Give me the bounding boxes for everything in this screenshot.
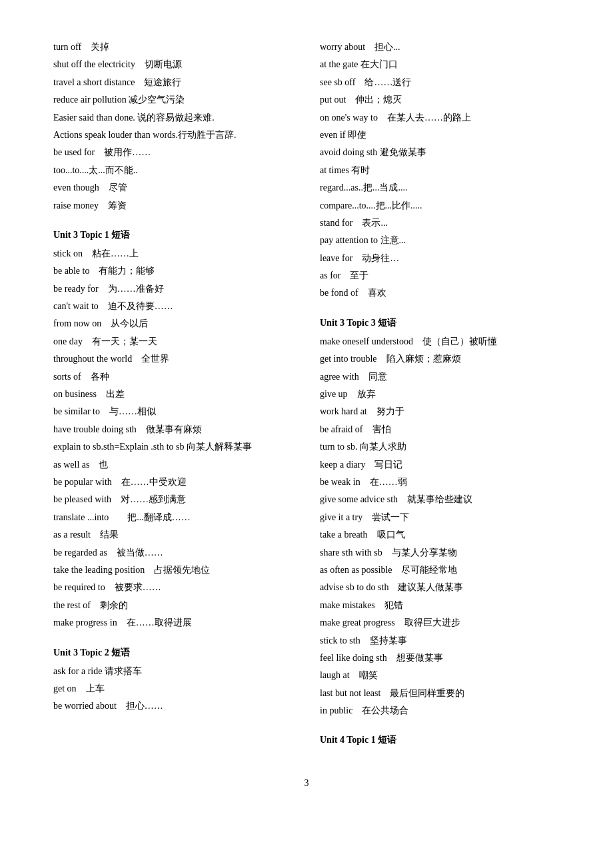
entry-advise-sb: advise sb to do sth 建议某人做某事	[320, 580, 560, 595]
entry-take-leading: take the leading position 占据领先地位	[53, 563, 293, 578]
section1-title: Unit 3 Topic 1 短语	[53, 229, 293, 241]
entry-as-often: as often as possible 尽可能经常地	[320, 563, 560, 578]
entry-raise: raise money 筹资	[53, 199, 293, 213]
left-column: turn off 关掉 shut off the electricity 切断电…	[53, 40, 293, 751]
entry-actions: Actions speak louder than words.行动胜于言辞.	[53, 128, 293, 143]
entry-even-if: even if 即使	[320, 128, 560, 143]
entry-on-business: on business 出差	[53, 387, 293, 402]
entry-be-ready: be ready for 为……准备好	[53, 282, 293, 296]
entry-be-worried: be worried about 担心……	[53, 699, 293, 713]
entry-as-well: as well as 也	[53, 458, 293, 472]
entry-worry-about: worry about 担心...	[320, 40, 560, 55]
page: turn off 关掉 shut off the electricity 切断电…	[53, 40, 560, 789]
entry-be-afraid: be afraid of 害怕	[320, 422, 560, 437]
right-column: worry about 担心... at the gate 在大门口 see s…	[320, 40, 560, 751]
entry-get-trouble: get into trouble 陷入麻烦；惹麻烦	[320, 352, 560, 366]
entry-at-gate: at the gate 在大门口	[320, 57, 560, 72]
entry-cant-wait: can't wait to 迫不及待要……	[53, 299, 293, 314]
section2-title: Unit 3 Topic 2 短语	[53, 647, 293, 659]
entry-put-out: put out 伸出；熄灭	[320, 93, 560, 107]
entry-make-oneself: make oneself understood 使（自己）被听懂	[320, 334, 560, 349]
entry-turn-off: turn off 关掉	[53, 40, 293, 55]
entry-rest-of: the rest of 剩余的	[53, 598, 293, 613]
entry-reduce: reduce air pollution 减少空气污染	[53, 93, 293, 107]
entry-stick-on: stick on 粘在……上	[53, 246, 293, 261]
entry-explain: explain to sb.sth=Explain .sth to sb 向某人…	[53, 440, 293, 454]
entry-be-required: be required to 被要求……	[53, 580, 293, 595]
entry-be-used: be used for 被用作……	[53, 145, 293, 160]
entry-keep-diary: keep a diary 写日记	[320, 458, 560, 472]
entry-ask-ride: ask for a ride 请求搭车	[53, 664, 293, 679]
entry-be-fond: be fond of 喜欢	[320, 286, 560, 300]
entry-get-on: get on 上车	[53, 681, 293, 696]
entry-make-progress: make progress in 在……取得进展	[53, 616, 293, 630]
entry-work-hard: work hard at 努力于	[320, 404, 560, 419]
entry-give-advice: give some advice sth 就某事给些建议	[320, 492, 560, 507]
entry-too-to: too...to....太...而不能..	[53, 163, 293, 178]
entry-easier: Easier said than done. 说的容易做起来难.	[53, 111, 293, 125]
entry-on-way: on one's way to 在某人去……的路上	[320, 111, 560, 125]
entry-make-great: make great progress 取得巨大进步	[320, 616, 560, 630]
entry-compare-to: compare...to....把...比作.....	[320, 199, 560, 213]
entry-from-now: from now on 从今以后	[53, 316, 293, 331]
entry-be-able: be able to 有能力；能够	[53, 264, 293, 278]
entry-be-weak: be weak in 在……弱	[320, 475, 560, 490]
entry-stick-to: stick to sth 坚持某事	[320, 634, 560, 648]
entry-as-for: as for 至于	[320, 268, 560, 283]
entry-regard-as: regard...as..把...当成....	[320, 181, 560, 195]
entry-even-though: even though 尽管	[53, 181, 293, 195]
entry-agree-with: agree with 同意	[320, 370, 560, 384]
section4-title: Unit 4 Topic 1 短语	[320, 734, 560, 746]
entry-take-breath: take a breath 吸口气	[320, 528, 560, 542]
entry-throughout: throughout the world 全世界	[53, 352, 293, 366]
entry-laugh-at: laugh at 嘲笑	[320, 668, 560, 683]
page-number: 3	[53, 778, 560, 789]
entry-stand-for: stand for 表示...	[320, 216, 560, 230]
entry-be-pleased: be pleased with 对……感到满意	[53, 492, 293, 507]
section3-title: Unit 3 Topic 3 短语	[320, 317, 560, 329]
entry-travel: travel a short distance 短途旅行	[53, 75, 293, 90]
entry-see-off: see sb off 给……送行	[320, 75, 560, 90]
entry-turn-to: turn to sb. 向某人求助	[320, 440, 560, 454]
entry-share-sth: share sth with sb 与某人分享某物	[320, 546, 560, 560]
entry-make-mistakes: make mistakes 犯错	[320, 598, 560, 613]
entry-be-regarded: be regarded as 被当做……	[53, 546, 293, 560]
entry-avoid: avoid doing sth 避免做某事	[320, 145, 560, 160]
entry-shut-off: shut off the electricity 切断电源	[53, 57, 293, 72]
entry-last-but: last but not least 最后但同样重要的	[320, 686, 560, 701]
entry-feel-like: feel like doing sth 想要做某事	[320, 651, 560, 665]
main-content: turn off 关掉 shut off the electricity 切断电…	[53, 40, 560, 751]
entry-be-popular: be popular with 在……中受欢迎	[53, 475, 293, 490]
entry-be-similar: be similar to 与……相似	[53, 404, 293, 419]
entry-give-up: give up 放弃	[320, 387, 560, 402]
entry-have-trouble: have trouble doing sth 做某事有麻烦	[53, 422, 293, 437]
entry-leave-for: leave for 动身往…	[320, 251, 560, 266]
entry-one-day: one day 有一天；某一天	[53, 334, 293, 349]
entry-sorts-of: sorts of 各种	[53, 370, 293, 384]
entry-in-public: in public 在公共场合	[320, 703, 560, 718]
entry-pay-attention: pay attention to 注意...	[320, 233, 560, 248]
entry-translate: translate ...into 把...翻译成……	[53, 510, 293, 525]
entry-as-result: as a result 结果	[53, 528, 293, 542]
entry-at-times: at times 有时	[320, 163, 560, 178]
entry-give-try: give it a try 尝试一下	[320, 510, 560, 525]
